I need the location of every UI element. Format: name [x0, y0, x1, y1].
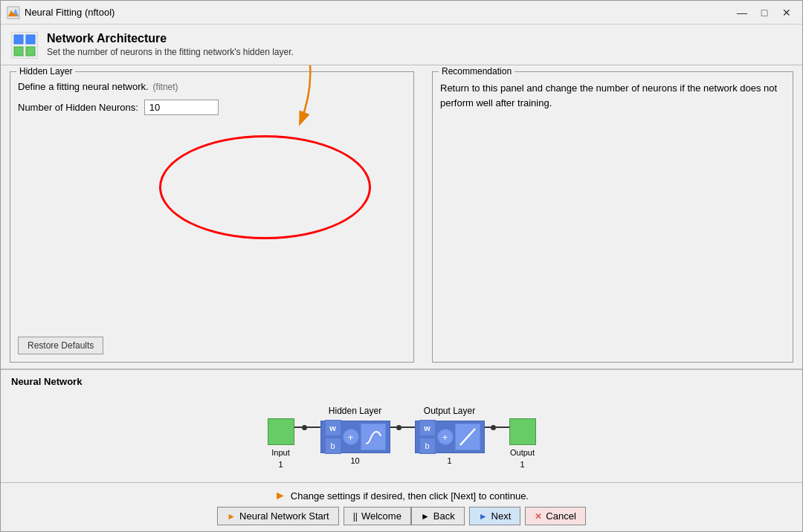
fitnet-label: Define a fitting neural network. — [18, 81, 149, 92]
hidden-sum-box: + — [343, 429, 359, 445]
welcome-button[interactable]: || Welcome — [344, 507, 411, 525]
welcome-label: Welcome — [361, 510, 402, 522]
close-button[interactable]: ✕ — [777, 5, 796, 20]
neural-network-section-label: Neural Network — [11, 376, 792, 387]
output-layer-node-group: Output Layer w b + 1 — [415, 406, 485, 465]
hidden-w-box: w — [325, 420, 341, 436]
neurons-input[interactable] — [144, 100, 219, 115]
back-icon: ► — [421, 511, 430, 522]
input-num: 1 — [278, 460, 283, 469]
next-label: Next — [491, 510, 512, 522]
header-title: Network Architecture — [47, 32, 294, 45]
neural-network-start-button[interactable]: ► Neural Network Start — [217, 507, 339, 525]
svg-rect-6 — [14, 47, 23, 56]
output-b-box: b — [419, 438, 436, 454]
output-w-box: w — [419, 420, 436, 436]
neural-network-section: Neural Network Input 1 Hi — [1, 369, 802, 482]
output-layer-box: w b + — [415, 421, 485, 453]
hint-text: Change settings if desired, then click [… — [291, 490, 529, 502]
svg-rect-7 — [26, 47, 35, 56]
header-icon — [11, 32, 38, 59]
hidden-sigmoid-box — [361, 424, 386, 450]
output-num: 1 — [520, 460, 524, 469]
titlebar-controls: — □ ✕ — [732, 5, 796, 20]
fitnet-sub: (fitnet) — [153, 82, 178, 92]
header: Network Architecture Set the number of n… — [1, 25, 802, 65]
bottom-bar: ► Change settings if desired, then click… — [1, 482, 802, 531]
cancel-label: Cancel — [546, 510, 575, 522]
restore-defaults-button[interactable]: Restore Defaults — [18, 337, 103, 354]
red-ellipse-annotation — [159, 135, 371, 239]
output-layer-diagram-label: Output Layer — [424, 406, 475, 416]
header-text: Network Architecture Set the number of n… — [47, 32, 294, 57]
neural-network-start-icon: ► — [227, 511, 236, 522]
recommendation-label: Recommendation — [439, 66, 515, 77]
hidden-layer-group: Hidden Layer Define a fitting neural net… — [10, 71, 414, 363]
next-icon: ► — [479, 511, 488, 522]
content: Hidden Layer Define a fitting neural net… — [1, 65, 802, 531]
network-diagram: Input 1 Hidden Layer w b — [11, 395, 792, 476]
svg-line-8 — [460, 429, 475, 445]
right-panel: Recommendation Return to this panel and … — [423, 65, 802, 369]
output-label: Output — [510, 448, 535, 457]
maximize-button[interactable]: □ — [755, 5, 774, 20]
titlebar-left: Neural Fitting (nftool) — [7, 6, 115, 19]
back-label: Back — [433, 510, 455, 522]
connector3 — [485, 425, 509, 430]
window-title: Neural Fitting (nftool) — [25, 7, 115, 18]
welcome-icon: || — [353, 511, 358, 522]
next-button[interactable]: ► Next — [469, 507, 521, 525]
output-diag-box — [455, 424, 480, 450]
header-subtitle: Set the number of neurons in the fitting… — [47, 47, 294, 57]
matlab-icon — [7, 6, 20, 19]
minimize-button[interactable]: — — [732, 5, 752, 20]
left-panel: Hidden Layer Define a fitting neural net… — [1, 65, 423, 369]
restore-defaults-row: Restore Defaults — [18, 337, 406, 354]
svg-rect-0 — [7, 7, 19, 19]
output-box — [509, 418, 536, 445]
hidden-layer-box: w b + — [320, 421, 390, 453]
input-box — [268, 418, 294, 445]
titlebar: Neural Fitting (nftool) — □ ✕ — [1, 1, 802, 25]
main-window: Neural Fitting (nftool) — □ ✕ Network Ar… — [0, 0, 803, 532]
output-sum-box: + — [437, 429, 454, 445]
input-node-group: Input 1 — [268, 402, 294, 469]
hidden-layer-node-group: Hidden Layer w b + — [320, 406, 390, 465]
neurons-label: Number of Hidden Neurons: — [18, 102, 138, 113]
hidden-num-label: 10 — [350, 456, 359, 465]
cancel-icon: ✕ — [535, 511, 542, 522]
bottom-hint: ► Change settings if desired, then click… — [274, 489, 529, 502]
neural-network-start-label: Neural Network Start — [239, 510, 329, 522]
recommendation-group: Recommendation Return to this panel and … — [432, 71, 793, 363]
connector1 — [294, 425, 320, 430]
hidden-b-box: b — [325, 438, 341, 454]
output-node-group: Output 1 — [509, 402, 536, 469]
recommendation-text: Return to this panel and change the numb… — [440, 81, 785, 110]
hidden-layer-label: Hidden Layer — [16, 66, 75, 77]
neurons-row: Number of Hidden Neurons: — [18, 100, 406, 115]
hint-arrow-icon: ► — [274, 489, 286, 502]
cancel-button[interactable]: ✕ Cancel — [525, 507, 585, 525]
back-button[interactable]: ► Back — [411, 507, 465, 525]
main-panels: Hidden Layer Define a fitting neural net… — [1, 65, 802, 369]
output-layer-num-label: 1 — [447, 456, 451, 465]
fitnet-row: Define a fitting neural network. (fitnet… — [18, 81, 406, 92]
connector2 — [390, 425, 415, 430]
svg-rect-5 — [26, 35, 35, 44]
hidden-layer-diagram-label: Hidden Layer — [329, 406, 381, 416]
input-label: Input — [271, 448, 289, 457]
svg-rect-4 — [14, 35, 23, 44]
